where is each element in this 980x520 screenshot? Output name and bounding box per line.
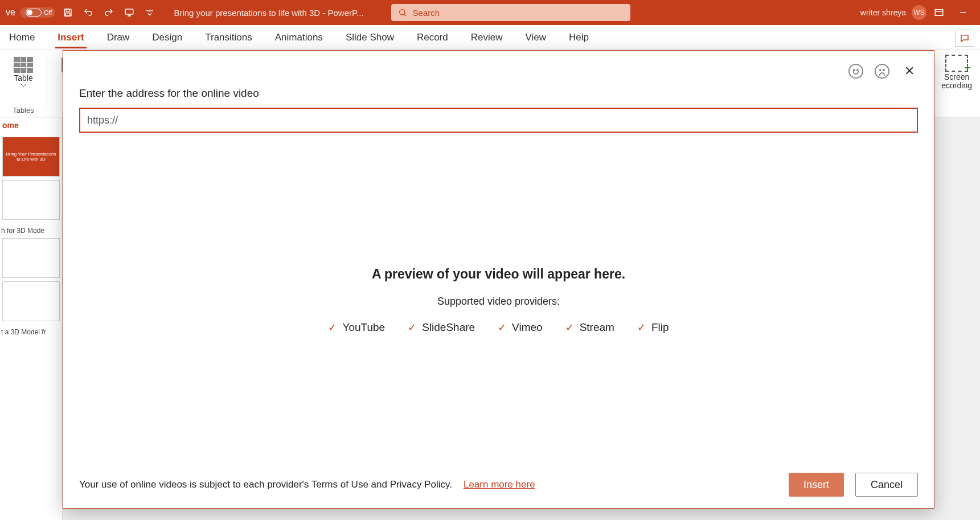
tab-transitions[interactable]: Transitions xyxy=(203,27,255,48)
screen-recording-label: Screen ecording xyxy=(941,73,972,91)
dialog-body: Enter the address for the online video A… xyxy=(79,83,918,497)
check-icon: ✓ xyxy=(328,321,337,334)
tab-review[interactable]: Review xyxy=(469,27,505,48)
provider-vimeo: ✓Vimeo xyxy=(498,321,543,334)
tab-slide-show[interactable]: Slide Show xyxy=(343,27,396,48)
cancel-button[interactable]: Cancel xyxy=(855,473,918,497)
url-field-label: Enter the address for the online video xyxy=(79,87,918,100)
slide-thumbnail-2[interactable] xyxy=(2,180,60,220)
tab-insert[interactable]: Insert xyxy=(55,27,86,48)
tab-design[interactable]: Design xyxy=(150,27,184,48)
user-name: writer shreya xyxy=(860,8,906,17)
undo-icon[interactable] xyxy=(80,5,96,21)
terms-text: Your use of online videos is subject to … xyxy=(79,479,452,490)
title-bar: ve Off Bring your presentations to life … xyxy=(0,0,980,25)
video-url-input[interactable] xyxy=(79,108,918,133)
table-label: Table xyxy=(14,74,32,83)
screen-recording-icon xyxy=(945,55,968,72)
svg-point-4 xyxy=(399,10,404,15)
slide-thumbnail-1[interactable]: Bring Your Presentations to Life with 3D xyxy=(2,137,60,177)
table-button[interactable]: Table xyxy=(10,55,36,89)
save-icon[interactable] xyxy=(60,5,76,21)
tab-draw[interactable]: Draw xyxy=(105,27,132,48)
learn-more-link[interactable]: Learn more here xyxy=(464,479,535,490)
tables-group-label: Tables xyxy=(13,106,34,117)
svg-rect-2 xyxy=(66,13,71,16)
slideshow-icon[interactable] xyxy=(121,5,137,21)
check-icon: ✓ xyxy=(565,321,574,334)
group-tables: Table Tables xyxy=(5,55,42,117)
toggle-pill-icon xyxy=(26,9,42,17)
feedback-negative-icon[interactable] xyxy=(875,64,889,79)
svg-rect-5 xyxy=(935,10,943,16)
dialog-header: ✕ xyxy=(79,60,918,83)
autosave-state: Off xyxy=(44,9,52,16)
check-icon: ✓ xyxy=(498,321,506,334)
close-icon[interactable]: ✕ xyxy=(901,64,918,79)
section-header-1[interactable]: ome xyxy=(0,117,62,133)
qat-more-icon[interactable] xyxy=(142,5,158,21)
tab-animations[interactable]: Animations xyxy=(273,27,325,48)
chevron-down-icon xyxy=(20,84,26,87)
user-area[interactable]: writer shreya WS xyxy=(860,5,926,20)
screen-recording-button[interactable]: Screen ecording xyxy=(938,52,975,93)
check-icon: ✓ xyxy=(637,321,646,334)
tab-help[interactable]: Help xyxy=(567,27,591,48)
user-avatar: WS xyxy=(912,5,926,20)
ribbon-separator xyxy=(47,57,47,108)
svg-rect-3 xyxy=(126,9,134,14)
group-media-partial: Screen ecording xyxy=(938,52,975,93)
redo-icon[interactable] xyxy=(101,5,117,21)
comments-button[interactable] xyxy=(955,30,974,47)
preview-area: A preview of your video will appear here… xyxy=(79,133,918,467)
provider-stream: ✓Stream xyxy=(565,321,614,334)
online-video-dialog: ✕ Enter the address for the online video… xyxy=(63,50,934,509)
providers-label: Supported video providers: xyxy=(437,296,560,308)
tab-record[interactable]: Record xyxy=(415,27,450,48)
minimize-icon[interactable] xyxy=(952,9,974,17)
section-header-2[interactable]: h for 3D Mode xyxy=(0,223,62,235)
table-icon xyxy=(14,57,33,73)
tab-view[interactable]: View xyxy=(523,27,549,48)
search-icon xyxy=(398,8,407,17)
search-box[interactable]: Search xyxy=(391,4,630,21)
slide-thumbnail-4[interactable] xyxy=(2,281,60,321)
section-header-3[interactable]: t a 3D Model fr xyxy=(0,325,62,336)
provider-flip: ✓Flip xyxy=(637,321,669,334)
autosave-toggle[interactable]: Off xyxy=(20,7,55,18)
slide-thumbnail-panel: ome Bring Your Presentations to Life wit… xyxy=(0,117,63,520)
provider-youtube: ✓YouTube xyxy=(328,321,385,334)
autosave-prefix: ve xyxy=(6,7,15,18)
document-title: Bring your presentations to life with 3D… xyxy=(174,8,363,18)
provider-slideshare: ✓SlideShare xyxy=(408,321,475,334)
svg-rect-1 xyxy=(66,9,69,11)
slide-thumbnail-3[interactable] xyxy=(2,238,60,278)
insert-button[interactable]: Insert xyxy=(789,473,844,497)
tab-home[interactable]: Home xyxy=(7,27,37,48)
preview-placeholder-text: A preview of your video will appear here… xyxy=(372,267,625,282)
providers-list: ✓YouTube ✓SlideShare ✓Vimeo ✓Stream ✓Fli… xyxy=(328,321,669,334)
dialog-footer: Your use of online videos is subject to … xyxy=(79,467,918,497)
search-placeholder: Search xyxy=(413,8,440,18)
feedback-positive-icon[interactable] xyxy=(848,64,863,79)
ribbon-display-icon[interactable] xyxy=(931,5,947,21)
ribbon-tabs: Home Insert Draw Design Transitions Anim… xyxy=(0,25,980,50)
check-icon: ✓ xyxy=(408,321,416,334)
